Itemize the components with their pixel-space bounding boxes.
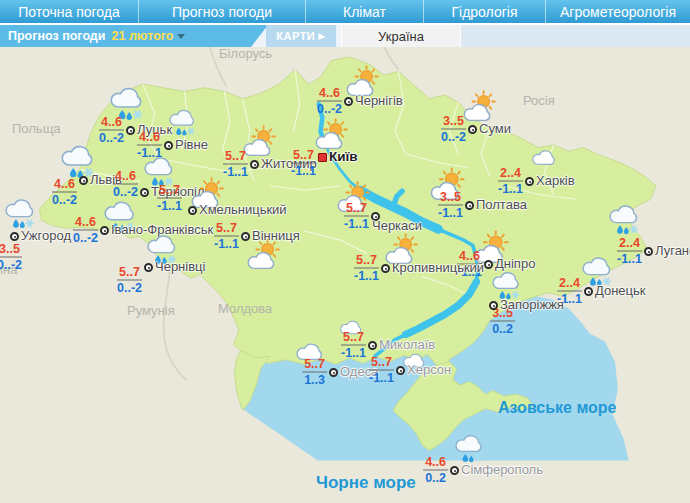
maps-button[interactable]: КАРТИ ▶	[266, 25, 336, 47]
city-marker[interactable]	[450, 466, 459, 475]
temperature-block: 4..6 0..-2	[52, 178, 77, 207]
city-marker[interactable]	[396, 366, 405, 375]
temperature-block: 5..7 -1..1	[354, 254, 379, 283]
day-temperature: 5..7	[157, 184, 182, 199]
city-marker[interactable]	[126, 126, 135, 135]
city-marker[interactable]	[465, 201, 474, 210]
day-temperature: 5..7	[302, 358, 327, 373]
date-selector[interactable]: 21 лютого	[112, 29, 174, 43]
city-name[interactable]: Дніпро	[495, 256, 535, 272]
city-marker[interactable]	[188, 206, 197, 215]
day-temperature: 2..4	[557, 277, 582, 292]
city-name[interactable]: Миколаїв	[379, 337, 435, 353]
temperature-block: 5..7 -1..1	[341, 331, 366, 360]
day-temperature: 5..7	[369, 356, 394, 371]
city-name[interactable]: Суми	[479, 121, 511, 137]
city-name[interactable]: Хмельницький	[199, 202, 287, 218]
city-marker[interactable]	[644, 247, 653, 256]
night-temperature: 0..-2	[0, 258, 22, 272]
night-temperature: 0..-2	[99, 131, 124, 145]
day-temperature: 4..6	[113, 170, 138, 185]
city-marker[interactable]	[140, 188, 149, 197]
night-temperature: -1..1	[344, 217, 369, 231]
city-marker[interactable]	[584, 287, 593, 296]
city-name[interactable]: Ужгород	[21, 228, 71, 244]
city-marker[interactable]	[241, 232, 250, 241]
city-name[interactable]: Сімферополь	[461, 462, 543, 478]
city-marker[interactable]	[468, 125, 477, 134]
nav-tab-current-weather[interactable]: Поточна погода	[0, 0, 138, 23]
night-temperature: 0..-2	[113, 185, 138, 199]
night-temperature: 0..2	[423, 471, 448, 485]
day-temperature: 5..7	[354, 254, 379, 269]
city-name[interactable]: Київ	[329, 149, 358, 165]
weather-map: ПольщаБілорусьРосіяРумуніяМолдоващинаАзо…	[0, 47, 690, 503]
city-marker[interactable]	[489, 301, 498, 310]
city-marker[interactable]	[79, 176, 88, 185]
city-name[interactable]: Луганськ	[655, 243, 690, 259]
day-temperature: 2..4	[617, 237, 642, 252]
city-marker[interactable]	[318, 153, 327, 162]
day-temperature: 4..6	[317, 87, 342, 102]
night-temperature: -1..1	[214, 237, 239, 251]
night-temperature: 0..-2	[441, 130, 466, 144]
night-temperature: -1..1	[137, 146, 162, 160]
city-name[interactable]: Вінниця	[252, 228, 300, 244]
tab-ukraine[interactable]: Україна	[341, 25, 461, 47]
temperature-block: 2..4 -1..1	[498, 167, 523, 196]
temperature-block: 5..7 -1..1	[369, 356, 394, 385]
nav-tab-forecast[interactable]: Прогноз погоди	[138, 0, 305, 23]
night-temperature: -1..1	[291, 164, 316, 178]
city-marker[interactable]	[381, 264, 390, 273]
day-temperature: 4..6	[73, 216, 98, 231]
temperature-block: 2..4 -1..1	[617, 237, 642, 266]
city-marker[interactable]	[525, 177, 534, 186]
city-marker[interactable]	[329, 368, 338, 377]
night-temperature: 0..-2	[317, 102, 342, 116]
day-temperature: 4..6	[423, 456, 448, 471]
city-name[interactable]: Кропивницький	[392, 260, 484, 276]
city-name[interactable]: Харків	[536, 173, 575, 189]
city-name[interactable]: Полтава	[476, 197, 527, 213]
temperature-block: 5..7 -1..1	[344, 202, 369, 231]
city-name[interactable]: Херсон	[407, 362, 451, 378]
city-name[interactable]: Івано-Франківськ	[111, 222, 213, 238]
temperature-block: 4..6 0..-2	[99, 116, 124, 145]
temperature-block: 5..7 -1..1	[291, 149, 316, 178]
night-temperature: 0..2	[490, 322, 515, 336]
city-name[interactable]: Рівне	[175, 137, 208, 153]
temperature-block: 5..7 0..-2	[117, 266, 142, 295]
day-temperature: 5..7	[223, 150, 248, 165]
day-temperature: 4..6	[99, 116, 124, 131]
city-marker[interactable]	[368, 341, 377, 350]
night-temperature: -1..1	[498, 182, 523, 196]
forecast-ribbon: Прогноз погоди 21 лютого	[0, 25, 268, 47]
day-temperature: 2..4	[498, 167, 523, 182]
section-title: Прогноз погоди	[8, 29, 106, 43]
chevron-down-icon[interactable]	[177, 34, 185, 39]
night-temperature: 0..-2	[52, 193, 77, 207]
city-name[interactable]: Чернівці	[155, 259, 205, 275]
temperature-block: 4..6 0..-2	[317, 87, 342, 116]
night-temperature: -1..1	[157, 199, 182, 213]
day-temperature: 3..5	[441, 115, 466, 130]
nav-tab-hydrology[interactable]: Гідрологія	[423, 0, 545, 23]
arrow-right-icon: ▶	[318, 31, 325, 41]
maps-button-label: КАРТИ	[276, 30, 315, 42]
city-name[interactable]: Чернігів	[355, 93, 403, 109]
city-name[interactable]: Донецьк	[595, 283, 646, 299]
city-marker[interactable]	[484, 260, 493, 269]
city-marker[interactable]	[164, 141, 173, 150]
city-marker[interactable]	[344, 97, 353, 106]
day-temperature: 3..5	[438, 191, 463, 206]
nav-tab-agrometeorology[interactable]: Агрометеорологія	[545, 0, 690, 23]
city-marker[interactable]	[144, 263, 153, 272]
city-name[interactable]: Черкаси	[372, 218, 422, 234]
nav-tab-climate[interactable]: Клімат	[305, 0, 423, 23]
city-name[interactable]: Запоріжжя	[500, 297, 564, 313]
night-temperature: 0..-2	[117, 281, 142, 295]
city-marker[interactable]	[10, 232, 19, 241]
city-marker[interactable]	[100, 226, 109, 235]
night-temperature: -1..1	[354, 269, 379, 283]
city-marker[interactable]	[250, 160, 259, 169]
